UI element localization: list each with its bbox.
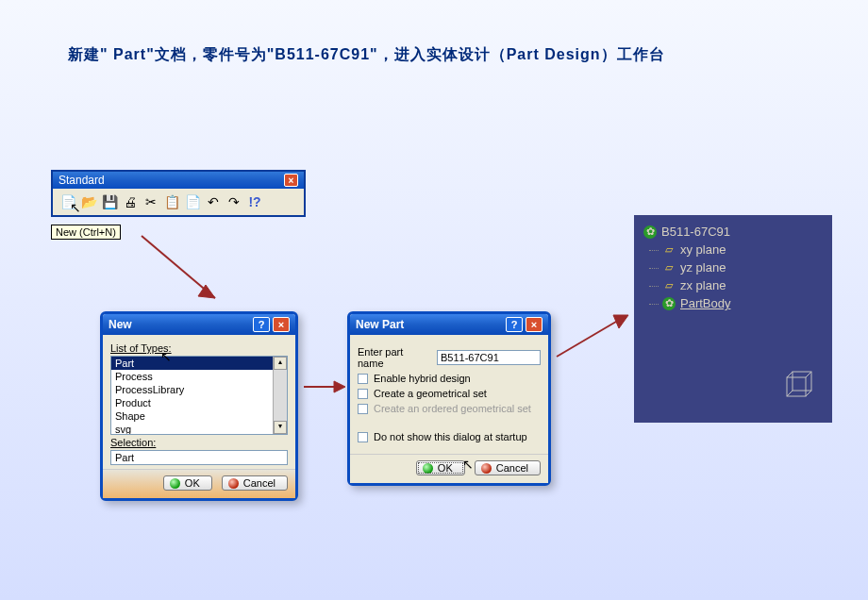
arrow-3 [553, 309, 638, 366]
gear-icon: ✿ [643, 225, 657, 239]
selection-label: Selection: [110, 437, 288, 448]
new-dialog-title: New [108, 318, 132, 331]
close-icon[interactable]: × [273, 317, 290, 332]
list-item[interactable]: ProcessLibrary [111, 383, 287, 396]
arrow-2 [302, 377, 349, 396]
new-part-titlebar: New Part ? × [350, 314, 548, 335]
hybrid-label: Enable hybrid design [374, 373, 471, 384]
new-part-title: New Part [356, 318, 404, 331]
cancel-button[interactable]: Cancel [222, 475, 288, 491]
undo-icon[interactable]: ↶ [204, 192, 223, 211]
paste-icon[interactable]: 📄 [183, 192, 202, 211]
scrollbar[interactable]: ▴▾ [273, 357, 287, 434]
new-dialog-titlebar: New ? × [103, 314, 295, 335]
checkbox[interactable] [358, 432, 368, 442]
new-part-body: Enter part name Enable hybrid design Cre… [350, 335, 548, 454]
instruction-text: 新建" Part"文档，零件号为"B511-67C91"，进入实体设计（Part… [68, 45, 800, 65]
standard-toolbar: 📄 📂 💾 🖨 ✂ 📋 📄 ↶ ↷ !? [53, 189, 304, 215]
tree-root[interactable]: ✿ B511-67C91 [638, 223, 828, 241]
standard-titlebar: Standard × [53, 172, 304, 189]
types-listbox[interactable]: Part Process ProcessLibrary Product Shap… [110, 356, 288, 435]
svg-line-10 [787, 391, 793, 396]
checkbox[interactable] [358, 374, 368, 384]
tree-partbody[interactable]: ✿PartBody [638, 294, 828, 312]
list-item[interactable]: svg [111, 423, 287, 435]
help-icon[interactable]: ? [506, 317, 523, 332]
list-item[interactable]: Shape [111, 409, 287, 423]
svg-marker-3 [334, 381, 345, 392]
new-icon[interactable]: 📄 [58, 192, 77, 211]
checkbox [358, 404, 368, 414]
new-part-dialog: New Part ? × Enter part name Enable hybr… [347, 311, 551, 486]
new-dialog-buttons: OK Cancel [103, 469, 295, 498]
save-icon[interactable]: 💾 [100, 192, 119, 211]
axis-icon [777, 368, 821, 411]
svg-line-8 [787, 372, 793, 377]
redo-icon[interactable]: ↷ [225, 192, 243, 211]
ok-button[interactable]: OK [163, 475, 212, 491]
list-of-types-label: List of Types: [110, 342, 288, 354]
standard-title: Standard [58, 174, 105, 187]
selection-field[interactable]: Part [110, 450, 288, 465]
new-tooltip: New (Ctrl+N) [51, 225, 121, 240]
specification-tree: ✿ B511-67C91 ▱xy plane ▱yz plane ▱zx pla… [634, 215, 832, 423]
ok-icon [170, 478, 180, 489]
cancel-icon [481, 463, 492, 474]
help-icon[interactable]: !? [245, 192, 264, 211]
plane-icon: ▱ [662, 261, 676, 275]
plane-icon: ▱ [662, 243, 676, 257]
new-dialog-body: List of Types: Part Process ProcessLibra… [103, 335, 295, 469]
ok-button[interactable]: OK [416, 460, 465, 475]
svg-line-11 [806, 391, 811, 396]
geoset-label: Create a geometrical set [374, 388, 487, 399]
open-icon[interactable]: 📂 [79, 192, 98, 211]
svg-line-9 [806, 372, 811, 377]
checkbox[interactable] [358, 389, 368, 399]
tree-plane[interactable]: ▱zx plane [638, 276, 828, 294]
list-item[interactable]: Process [111, 370, 287, 383]
close-icon[interactable]: × [284, 174, 298, 187]
tree-plane[interactable]: ▱yz plane [638, 258, 828, 276]
noshow-label: Do not show this dialog at startup [374, 431, 527, 442]
new-part-buttons: OK Cancel [350, 454, 548, 483]
cancel-icon [228, 478, 239, 489]
arrow-1 [132, 226, 245, 321]
help-icon[interactable]: ? [253, 317, 270, 332]
new-dialog: New ? × List of Types: Part Process Proc… [100, 311, 298, 501]
part-name-label: Enter part name [358, 346, 431, 369]
svg-line-4 [557, 319, 621, 357]
tree-plane[interactable]: ▱xy plane [638, 241, 828, 258]
print-icon[interactable]: 🖨 [121, 192, 140, 211]
ok-icon [423, 463, 433, 474]
cut-icon[interactable]: ✂ [142, 192, 160, 211]
gear-icon: ✿ [662, 297, 676, 310]
close-icon[interactable]: × [526, 317, 542, 332]
copy-icon[interactable]: 📋 [162, 192, 181, 211]
ordered-label: Create an ordered geometrical set [374, 403, 531, 414]
list-item[interactable]: Part [111, 357, 287, 370]
plane-icon: ▱ [662, 279, 676, 292]
list-item[interactable]: Product [111, 396, 287, 409]
cancel-button[interactable]: Cancel [475, 460, 541, 475]
standard-toolbar-window: Standard × 📄 📂 💾 🖨 ✂ 📋 📄 ↶ ↷ !? [51, 170, 306, 217]
part-name-input[interactable] [437, 350, 541, 365]
